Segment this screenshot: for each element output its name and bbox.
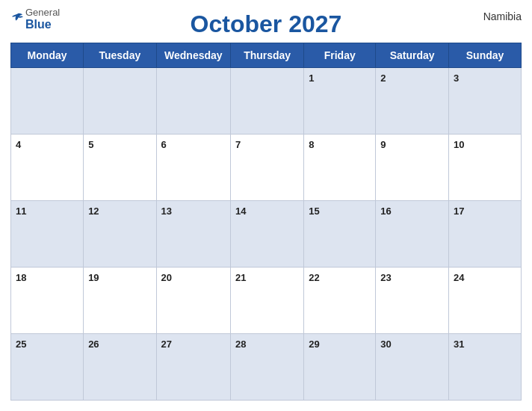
logo-area: General Blue: [10, 7, 60, 31]
calendar-cell: 5: [84, 135, 156, 201]
calendar-table: MondayTuesdayWednesdayThursdayFridaySatu…: [10, 43, 522, 401]
calendar-cell: 17: [449, 201, 522, 268]
day-number: 24: [454, 272, 464, 283]
day-number: 5: [88, 139, 93, 150]
calendar-header: General Blue October 2027 Namibia: [10, 7, 522, 38]
calendar-cell: 18: [11, 268, 84, 334]
day-number: 25: [16, 339, 26, 350]
calendar-cell: 9: [376, 135, 449, 201]
calendar-cell: 15: [304, 201, 376, 268]
calendar-cell: 10: [449, 135, 522, 201]
calendar-cell: 13: [156, 201, 231, 268]
day-number: 22: [309, 272, 319, 283]
calendar-wrapper: General Blue October 2027 Namibia Monday…: [0, 0, 532, 411]
weekday-header-row: MondayTuesdayWednesdayThursdayFridaySatu…: [11, 43, 522, 68]
weekday-header-sunday: Sunday: [449, 43, 522, 68]
calendar-cell: [11, 68, 84, 135]
calendar-cell: 22: [304, 268, 376, 334]
weekday-header-thursday: Thursday: [231, 43, 304, 68]
day-number: 6: [161, 139, 167, 150]
calendar-cell: [84, 68, 156, 135]
calendar-cell: 8: [304, 135, 376, 201]
calendar-cell: 19: [84, 268, 156, 334]
day-number: 2: [380, 72, 386, 84]
day-number: 26: [88, 339, 99, 350]
calendar-cell: 20: [156, 268, 231, 334]
calendar-cell: 31: [449, 334, 522, 401]
calendar-cell: 4: [11, 135, 84, 201]
calendar-cell: 6: [156, 135, 231, 201]
day-number: 21: [235, 272, 246, 283]
calendar-cell: 7: [231, 135, 304, 201]
day-number: 23: [380, 272, 391, 283]
logo-icon: [10, 13, 24, 26]
calendar-week-row: 45678910: [11, 135, 522, 201]
day-number: 13: [161, 206, 172, 217]
weekday-header-friday: Friday: [304, 43, 376, 68]
calendar-week-row: 25262728293031: [11, 334, 522, 401]
day-number: 19: [88, 272, 99, 283]
calendar-cell: 16: [376, 201, 449, 268]
calendar-cell: 11: [11, 201, 84, 268]
day-number: 18: [16, 272, 26, 283]
day-number: 12: [88, 206, 99, 217]
calendar-cell: [231, 68, 304, 135]
calendar-cell: 2: [376, 68, 449, 135]
calendar-cell: 29: [304, 334, 376, 401]
day-number: 7: [235, 139, 241, 150]
day-number: 31: [454, 339, 464, 350]
day-number: 16: [380, 206, 391, 217]
day-number: 17: [454, 206, 464, 217]
calendar-cell: [156, 68, 231, 135]
weekday-header-monday: Monday: [11, 43, 84, 68]
day-number: 15: [309, 206, 319, 217]
calendar-cell: 25: [11, 334, 84, 401]
day-number: 11: [16, 206, 26, 217]
day-number: 28: [235, 339, 246, 350]
calendar-cell: 14: [231, 201, 304, 268]
calendar-cell: 23: [376, 268, 449, 334]
day-number: 9: [380, 139, 386, 150]
weekday-header-wednesday: Wednesday: [156, 43, 231, 68]
weekday-header-tuesday: Tuesday: [84, 43, 156, 68]
day-number: 14: [235, 206, 246, 217]
calendar-week-row: 18192021222324: [11, 268, 522, 334]
calendar-cell: 1: [304, 68, 376, 135]
day-number: 4: [16, 139, 21, 150]
logo-general: General: [25, 7, 60, 18]
calendar-cell: 3: [449, 68, 522, 135]
day-number: 27: [161, 339, 172, 350]
weekday-header-saturday: Saturday: [376, 43, 449, 68]
day-number: 10: [454, 139, 464, 150]
day-number: 3: [454, 72, 459, 84]
calendar-cell: 30: [376, 334, 449, 401]
calendar-week-row: 123: [11, 68, 522, 135]
calendar-cell: 24: [449, 268, 522, 334]
country-label: Namibia: [483, 10, 522, 22]
day-number: 30: [380, 339, 391, 350]
month-title: October 2027: [191, 10, 342, 38]
day-number: 1: [309, 72, 314, 84]
calendar-cell: 28: [231, 334, 304, 401]
calendar-cell: 27: [156, 334, 231, 401]
logo-blue: Blue: [25, 18, 60, 31]
day-number: 29: [309, 339, 319, 350]
day-number: 8: [309, 139, 314, 150]
calendar-week-row: 11121314151617: [11, 201, 522, 268]
calendar-cell: 12: [84, 201, 156, 268]
calendar-cell: 21: [231, 268, 304, 334]
day-number: 20: [161, 272, 172, 283]
calendar-cell: 26: [84, 334, 156, 401]
